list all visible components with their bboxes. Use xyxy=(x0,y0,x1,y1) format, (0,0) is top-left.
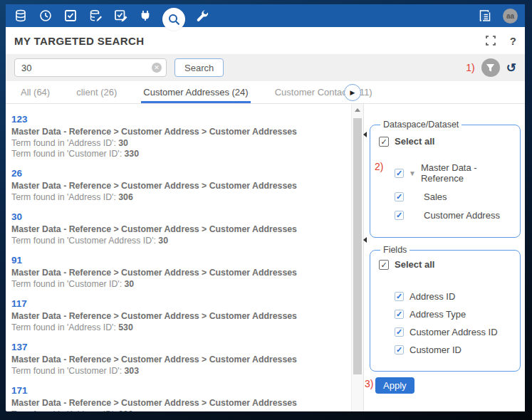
search-bar: ✕ Search 1) ↺ xyxy=(6,54,525,81)
result-item: 137Master Data - Reference > Customer Ad… xyxy=(11,340,348,377)
tree-row: ✓Customer Address xyxy=(379,210,514,221)
result-item: 26Master Data - Reference > Customer Add… xyxy=(11,167,348,203)
tree-checkbox[interactable]: ✓ xyxy=(395,211,404,220)
dataspace-legend: Dataspace/Dataset xyxy=(380,120,461,130)
apply-button[interactable]: Apply xyxy=(375,377,414,394)
result-breadcrumb: Master Data - Reference > Customer Addre… xyxy=(11,398,348,408)
result-breadcrumb: Master Data - Reference > Customer Addre… xyxy=(11,181,348,191)
search-icon[interactable] xyxy=(162,8,185,31)
check-square-edit-icon[interactable] xyxy=(113,8,128,23)
search-input-wrapper: ✕ xyxy=(14,58,167,77)
content-area: 123Master Data - Reference > Customer Ad… xyxy=(6,104,525,411)
field-checkbox[interactable]: ✓ xyxy=(395,327,404,337)
term-found-line: Term found in 'Address ID': 300 xyxy=(11,409,348,411)
result-breadcrumb: Master Data - Reference > Customer Addre… xyxy=(11,224,348,234)
filter-funnel-button[interactable] xyxy=(481,58,500,77)
tree-checkbox[interactable]: ✓ xyxy=(395,192,404,201)
result-item: 171Master Data - Reference > Customer Ad… xyxy=(11,384,348,411)
result-item: 91Master Data - Reference > Customer Add… xyxy=(11,253,348,290)
result-record-link[interactable]: 171 xyxy=(11,385,28,396)
result-item: 30Master Data - Reference > Customer Add… xyxy=(11,210,348,246)
term-found-line: Term found in 'Customer ID': 30 xyxy=(11,279,348,290)
field-label: Customer Address ID xyxy=(410,327,498,337)
tree-row: 2)✓▼Master Data - Reference xyxy=(379,162,514,184)
annotation-2: 2) xyxy=(375,161,383,172)
page-title: MY TARGETED SEARCH xyxy=(14,35,145,47)
result-item: 117Master Data - Reference > Customer Ad… xyxy=(11,297,348,333)
term-found-line: Term found in 'Address ID': 306 xyxy=(11,192,348,203)
filter-panel: Dataspace/Dataset ✓ Select all 2)✓▼Maste… xyxy=(363,104,525,411)
term-found-line: Term found in 'Customer ID': 303 xyxy=(11,366,348,377)
fields-legend: Fields xyxy=(380,245,410,255)
result-record-link[interactable]: 117 xyxy=(11,298,27,309)
annotation-1: 1) xyxy=(466,62,474,73)
fields-select-all-checkbox[interactable]: ✓ xyxy=(379,260,389,270)
database-edit-icon[interactable] xyxy=(88,8,103,23)
chevron-down-icon[interactable]: ▼ xyxy=(409,169,416,177)
search-results-list: 123Master Data - Reference > Customer Ad… xyxy=(6,104,351,411)
tab-all-64-[interactable]: All (64) xyxy=(19,81,52,103)
term-found-line: Term found in 'Address ID': 30 xyxy=(11,138,348,149)
field-row: ✓Address ID xyxy=(379,291,514,302)
result-breadcrumb: Master Data - Reference > Customer Addre… xyxy=(11,127,348,137)
scroll-up-arrow-icon[interactable] xyxy=(352,104,363,115)
dataspace-tree: 2)✓▼Master Data - Reference✓Sales✓Custom… xyxy=(379,162,514,221)
field-row: ✓Customer Address ID xyxy=(379,327,514,337)
term-found-line: Term found in 'Address ID': 530 xyxy=(11,322,348,333)
database-icon[interactable] xyxy=(13,8,28,23)
search-input[interactable] xyxy=(21,63,152,73)
tree-label: Master Data - Reference xyxy=(421,162,514,184)
clear-search-icon[interactable]: ✕ xyxy=(152,63,162,73)
result-record-link[interactable]: 91 xyxy=(11,255,22,266)
field-label: Customer ID xyxy=(410,345,461,355)
result-record-link[interactable]: 123 xyxy=(11,114,28,125)
field-label: Address Type xyxy=(410,309,466,320)
result-record-link[interactable]: 26 xyxy=(11,168,22,179)
result-breadcrumb: Master Data - Reference > Customer Addre… xyxy=(11,268,348,278)
field-checkbox[interactable]: ✓ xyxy=(395,292,404,301)
splitter-collapse-icon[interactable] xyxy=(363,236,367,242)
next-tabs-button[interactable]: ▶ xyxy=(344,84,361,101)
search-button[interactable]: Search xyxy=(174,58,224,77)
help-icon[interactable]: ? xyxy=(510,35,516,47)
tab-customer-addresses-24-[interactable]: Customer Addresses (24) xyxy=(141,81,250,103)
toolbar-right-group: aa xyxy=(477,8,518,23)
field-row: ✓Customer ID xyxy=(379,345,514,355)
term-found-line: Term found in 'Customer ID': 330 xyxy=(11,149,348,159)
check-square-icon[interactable] xyxy=(63,8,78,23)
reset-filters-icon[interactable]: ↺ xyxy=(506,62,516,74)
tree-label: Sales xyxy=(424,191,447,202)
field-checkbox[interactable]: ✓ xyxy=(395,310,404,319)
splitter-collapse-icon[interactable] xyxy=(363,131,367,137)
result-record-link[interactable]: 137 xyxy=(11,342,28,352)
tab-client-26-[interactable]: client (26) xyxy=(74,81,119,103)
field-checkbox[interactable]: ✓ xyxy=(395,345,404,355)
fullscreen-icon[interactable] xyxy=(486,36,496,46)
user-avatar[interactable]: aa xyxy=(503,9,518,23)
fields-list: ✓Address ID✓Address Type✓Customer Addres… xyxy=(379,291,514,355)
field-label: Address ID xyxy=(410,291,455,302)
results-scrollbar[interactable] xyxy=(351,104,363,411)
scrollbar-thumb[interactable] xyxy=(353,118,362,374)
term-found-line: Term found in 'Customer Address ID': 30 xyxy=(11,236,348,246)
toolbar-icon-group xyxy=(13,1,210,31)
dataspace-select-all-checkbox[interactable]: ✓ xyxy=(379,137,389,147)
plug-icon[interactable] xyxy=(137,8,153,23)
field-row: ✓Address Type xyxy=(379,309,514,320)
annotation-3: 3) xyxy=(365,378,373,389)
result-item: 123Master Data - Reference > Customer Ad… xyxy=(11,112,348,159)
fields-select-all-label: Select all xyxy=(395,259,434,270)
dataspace-select-all-label: Select all xyxy=(395,136,434,147)
tree-label: Customer Address xyxy=(424,210,500,221)
app-window: aa MY TARGETED SEARCH ? ✕ Search 1) xyxy=(6,4,525,411)
result-record-link[interactable]: 30 xyxy=(11,211,22,222)
clock-icon[interactable] xyxy=(38,8,53,23)
tree-checkbox[interactable]: ✓ xyxy=(395,169,404,178)
funnel-icon xyxy=(486,63,495,73)
fields-fieldset: Fields ✓ Select all ✓Address ID✓Address … xyxy=(370,245,521,372)
result-breadcrumb: Master Data - Reference > Customer Addre… xyxy=(11,355,348,364)
top-toolbar: aa xyxy=(6,4,525,27)
report-list-icon[interactable] xyxy=(477,8,493,23)
result-breadcrumb: Master Data - Reference > Customer Addre… xyxy=(11,311,348,321)
wrench-icon[interactable] xyxy=(194,8,210,23)
